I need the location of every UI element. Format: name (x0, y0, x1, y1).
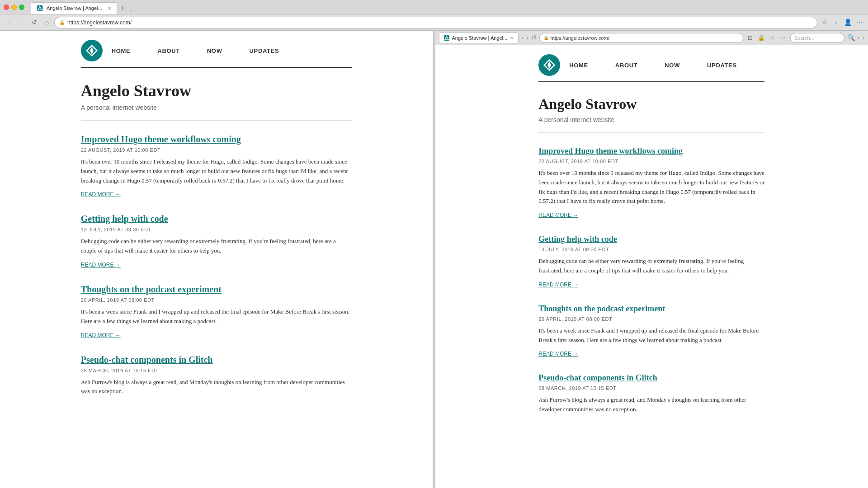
tab-right[interactable]: Angelo Stavrow | Angel... ✕ (439, 33, 519, 43)
site-title-left: Angelo Stavrow (81, 81, 352, 100)
post-title-link-3-right[interactable]: Thoughts on the podcast experiment (538, 304, 764, 314)
back-button[interactable]: ‹ (4, 17, 14, 28)
window-icon-right[interactable]: ⊡ (746, 33, 755, 42)
browser-window: Angelo Stavrow | Angel... ✕ + ‹ › ‹ › ↺ … (0, 0, 868, 488)
tab-close-right[interactable]: ✕ (510, 36, 514, 40)
nav-forward-icon-right[interactable]: › (862, 34, 864, 42)
post-excerpt-4-right: Ash Furrow's blog is always a great read… (538, 395, 764, 414)
address-bar-left[interactable]: 🔒 https://angelostavrow.com/ (54, 17, 817, 28)
post-entry-1-left: Improved Hugo theme workflows coming 22 … (81, 134, 352, 198)
browser-toolbar: ‹ › ↺ ⌂ 🔒 https://angelostavrow.com/ ☆ ↓… (0, 14, 868, 31)
secondary-toolbar: Angelo Stavrow | Angel... ✕ ‹ › ↺ 🔒 http… (435, 31, 868, 45)
search-bar-right[interactable]: Search... (790, 33, 844, 43)
read-more-2-right[interactable]: READ MORE → (538, 282, 578, 288)
post-date-3-left: 29 APRIL, 2019 AT 08:00 EDT (81, 297, 352, 303)
post-entry-4-right: Pseudo-chat components in Glitch 28 MARC… (538, 373, 764, 414)
close-button[interactable] (4, 5, 9, 10)
browser-content-area: HOME ABOUT NOW UPDATES Angelo Stavrow A … (0, 31, 868, 488)
maximize-button[interactable] (19, 5, 24, 10)
minimize-button[interactable] (11, 5, 17, 10)
site-subtitle-right: A personal internet website (538, 116, 764, 123)
post-date-3-right: 29 APRIL, 2019 AT 08:00 EDT (538, 316, 764, 322)
tab-close-left[interactable]: ✕ (108, 6, 111, 11)
forward-button[interactable]: › (16, 17, 27, 28)
tab-favicon-right (444, 35, 449, 41)
read-more-1-left[interactable]: READ MORE → (81, 191, 121, 197)
post-date-1-left: 22 AUGUST, 2019 AT 10:00 EDT (81, 147, 352, 153)
lock-icon-right: 🔒 (543, 35, 549, 40)
nav-updates-left[interactable]: UPDATES (250, 47, 279, 54)
post-excerpt-3-right: It's been a week since Frank and I wrapp… (538, 326, 764, 345)
site-title-right: Angelo Stavrow (538, 96, 764, 113)
nav-btn-reload-right[interactable]: ↺ (531, 34, 537, 42)
lock-toolbar-icon-right[interactable]: 🔒 (757, 33, 766, 42)
download-icon[interactable]: ↓ (831, 18, 841, 28)
site-wrapper-right: HOME ABOUT NOW UPDATES Angelo Stavrow A … (525, 45, 778, 448)
nav-updates-right[interactable]: UPDATES (707, 62, 737, 69)
nav-about-left[interactable]: ABOUT (157, 47, 179, 54)
read-more-3-right[interactable]: READ MORE → (538, 351, 578, 357)
tab-left[interactable]: Angelo Stavrow | Angel... ✕ (31, 2, 117, 14)
post-excerpt-3-left: It's been a week since Frank and I wrapp… (81, 307, 352, 326)
bookmark-star-icon[interactable]: ☆ (819, 18, 829, 28)
more-icon[interactable]: ⋯ (854, 18, 864, 28)
more-icon-right[interactable]: ⋯ (778, 33, 788, 42)
url-text-right: https://angelostavrow.com/ (551, 35, 739, 41)
post-title-link-2-right[interactable]: Getting help with code (538, 235, 764, 244)
tab-favicon-left (37, 5, 43, 11)
logo-right (538, 54, 560, 76)
site-logo-left (81, 40, 103, 61)
tab-bar: Angelo Stavrow | Angel... ✕ + ‹ › (31, 0, 136, 14)
new-tab-button[interactable]: + (118, 2, 127, 14)
post-excerpt-1-right: It's been over 10 months since I release… (538, 169, 764, 206)
nav-back-icon-right[interactable]: ‹ (858, 34, 860, 42)
nav-about-right[interactable]: ABOUT (615, 62, 637, 69)
pane-left: HOME ABOUT NOW UPDATES Angelo Stavrow A … (0, 31, 434, 488)
site-divider-right (538, 132, 764, 133)
nav-links-right: HOME ABOUT NOW UPDATES (569, 62, 764, 69)
address-bar-right[interactable]: 🔒 https://angelostavrow.com/ (539, 33, 743, 43)
pane-right-wrapper: Angelo Stavrow | Angel... ✕ ‹ › ↺ 🔒 http… (435, 31, 868, 488)
read-more-1-right[interactable]: READ MORE → (538, 212, 578, 218)
post-entry-4-left: Pseudo-chat components in Glitch 28 MARC… (81, 355, 352, 397)
logo-left (81, 40, 103, 61)
site-subtitle-left: A personal internet website (81, 104, 352, 111)
nav-btn-back-right[interactable]: ‹ (521, 34, 524, 42)
nav-links-left: HOME ABOUT NOW UPDATES (112, 47, 352, 54)
post-title-link-1-left[interactable]: Improved Hugo theme workflows coming (81, 134, 352, 145)
post-date-2-right: 13 JULY, 2019 AT 09:30 EDT (538, 247, 764, 252)
site-nav-left: HOME ABOUT NOW UPDATES (81, 40, 352, 68)
reload-button[interactable]: ↺ (29, 17, 40, 28)
nav-forward-arrow[interactable]: ‹ (130, 7, 132, 14)
tab-title-left: Angelo Stavrow | Angel... (47, 5, 102, 11)
user-icon[interactable]: 👤 (843, 18, 853, 28)
read-more-2-left[interactable]: READ MORE → (81, 262, 121, 268)
post-entry-3-right: Thoughts on the podcast experiment 29 AP… (538, 304, 764, 358)
security-lock-icon: 🔒 (59, 20, 65, 25)
post-title-link-1-right[interactable]: Improved Hugo theme workflows coming (538, 146, 764, 156)
nav-btn-forward-right[interactable]: › (526, 34, 528, 42)
post-date-4-right: 28 MARCH, 2019 AT 15:15 EDT (538, 385, 764, 391)
nav-now-left[interactable]: NOW (207, 47, 222, 54)
read-more-3-left[interactable]: READ MORE → (81, 332, 121, 338)
post-title-link-2-left[interactable]: Getting help with code (81, 214, 352, 224)
post-title-link-3-left[interactable]: Thoughts on the podcast experiment (81, 284, 352, 295)
post-title-link-4-left[interactable]: Pseudo-chat components in Glitch (81, 355, 352, 365)
site-wrapper-left: HOME ABOUT NOW UPDATES Angelo Stavrow A … (67, 31, 366, 430)
toolbar-icons-left: ☆ ↓ 👤 ⋯ (819, 18, 864, 28)
zoom-icon-right[interactable]: 🔍 (847, 34, 855, 42)
browser-titlebar: Angelo Stavrow | Angel... ✕ + ‹ › (0, 0, 868, 14)
site-divider-left (81, 120, 352, 121)
nav-home-right[interactable]: HOME (569, 62, 588, 69)
nav-home-left[interactable]: HOME (112, 47, 131, 54)
search-placeholder-right: Search... (794, 35, 814, 41)
nav-back-arrow[interactable]: › (134, 7, 136, 14)
post-excerpt-2-left: Debugging code can be either very reward… (81, 237, 352, 256)
toolbar-icons-right: ⊡ 🔒 ☆ ⋯ (746, 33, 788, 42)
home-button[interactable]: ⌂ (42, 17, 52, 28)
nav-now-right[interactable]: NOW (665, 62, 680, 69)
site-nav-right: HOME ABOUT NOW UPDATES (538, 54, 764, 82)
star-icon-right[interactable]: ☆ (768, 33, 777, 42)
post-title-link-4-right[interactable]: Pseudo-chat components in Glitch (538, 373, 764, 383)
pane-right: HOME ABOUT NOW UPDATES Angelo Stavrow A … (435, 45, 868, 488)
